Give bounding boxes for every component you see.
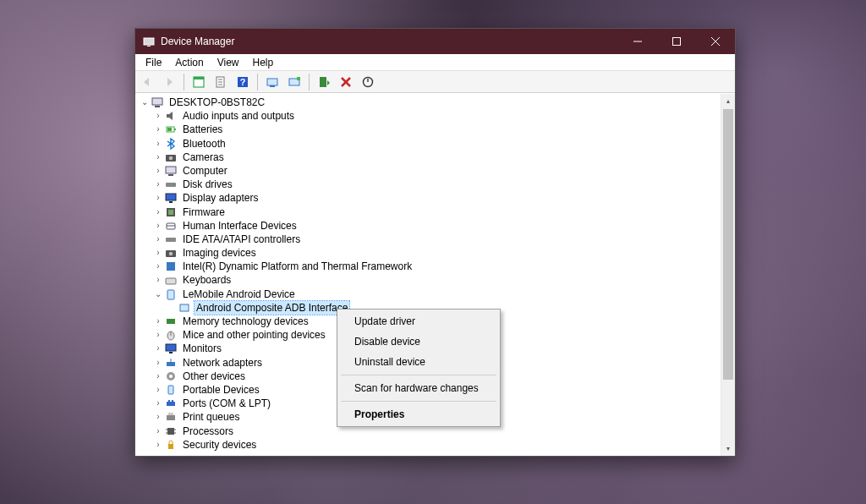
maximize-button[interactable] xyxy=(657,29,696,54)
context-update-driver[interactable]: Update driver xyxy=(339,311,498,331)
tree-category-node[interactable]: ›Bluetooth xyxy=(139,137,735,151)
toolbar-separator xyxy=(309,74,310,90)
svg-rect-33 xyxy=(166,194,176,200)
update-driver-toolbar-button[interactable] xyxy=(284,73,304,91)
disable-device-toolbar-button[interactable] xyxy=(358,73,378,91)
tree-label: Computer xyxy=(181,164,229,178)
tree-category-node[interactable]: ›Security devices xyxy=(139,438,735,452)
menu-help[interactable]: Help xyxy=(246,55,281,70)
expand-icon[interactable]: › xyxy=(152,425,164,437)
camera-icon xyxy=(164,151,178,164)
tree-root-node[interactable]: ⌄ DESKTOP-0BST82C xyxy=(139,96,735,109)
minimize-button[interactable] xyxy=(618,29,657,54)
menubar: File Action View Help xyxy=(135,54,735,71)
keyboard-icon xyxy=(164,274,178,288)
tree-label: Cameras xyxy=(181,151,226,164)
menu-action[interactable]: Action xyxy=(168,55,210,70)
expand-icon[interactable]: › xyxy=(152,220,164,232)
hid-icon xyxy=(164,219,178,233)
tree-category-node-expanded[interactable]: ⌄LeMobile Android Device xyxy=(139,288,735,301)
expand-icon[interactable]: › xyxy=(152,342,164,354)
svg-rect-15 xyxy=(270,85,275,87)
collapse-icon[interactable]: ⌄ xyxy=(139,96,151,108)
expand-icon[interactable]: › xyxy=(152,178,164,190)
context-uninstall-device[interactable]: Uninstall device xyxy=(339,352,498,372)
svg-rect-7 xyxy=(194,77,204,79)
show-hide-console-button[interactable] xyxy=(189,73,209,91)
menu-file[interactable]: File xyxy=(139,55,168,70)
expand-icon[interactable]: › xyxy=(152,315,164,327)
tree-label: Network adapters xyxy=(181,356,264,370)
expand-icon[interactable]: › xyxy=(152,151,164,163)
close-button[interactable] xyxy=(696,29,735,54)
tree-category-node[interactable]: ›Keyboards xyxy=(139,273,735,287)
tree-label: LeMobile Android Device xyxy=(181,288,297,301)
context-disable-device[interactable]: Disable device xyxy=(339,331,498,352)
tree-category-node[interactable]: ›Disk drives xyxy=(139,178,735,191)
uninstall-toolbar-button[interactable] xyxy=(336,73,356,91)
context-scan-hardware[interactable]: Scan for hardware changes xyxy=(339,378,498,398)
expand-icon[interactable]: › xyxy=(152,247,164,259)
tree-category-node[interactable]: ›Imaging devices xyxy=(139,246,735,260)
svg-rect-43 xyxy=(166,278,176,284)
expand-icon[interactable]: › xyxy=(152,192,164,204)
svg-rect-14 xyxy=(267,79,277,85)
properties-toolbar-button[interactable] xyxy=(211,73,231,91)
enable-device-toolbar-button[interactable] xyxy=(314,73,334,91)
expand-icon[interactable]: › xyxy=(152,138,164,150)
tree-category-node[interactable]: ›Human Interface Devices xyxy=(139,219,735,233)
collapse-icon[interactable]: ⌄ xyxy=(152,288,164,300)
scroll-thumb[interactable] xyxy=(723,109,733,380)
expand-icon[interactable]: › xyxy=(152,329,164,341)
svg-rect-49 xyxy=(166,344,176,351)
expand-icon[interactable]: › xyxy=(152,439,164,451)
expand-icon[interactable]: › xyxy=(152,411,164,423)
scan-hardware-toolbar-button[interactable] xyxy=(262,73,282,91)
tree-label: Security devices xyxy=(181,438,258,452)
tree-label: Android Composite ADB Interface xyxy=(195,301,349,315)
forward-button[interactable] xyxy=(159,73,179,91)
tree-label: Human Interface Devices xyxy=(181,219,299,233)
tree-category-node[interactable]: ›Audio inputs and outputs xyxy=(139,109,735,123)
expand-icon[interactable]: › xyxy=(152,275,164,287)
android-device-icon xyxy=(164,288,178,301)
tree-category-node[interactable]: ›Intel(R) Dynamic Platform and Thermal F… xyxy=(139,260,735,273)
context-properties[interactable]: Properties xyxy=(339,404,498,425)
svg-rect-42 xyxy=(167,262,175,271)
tree-category-node[interactable]: ›Computer xyxy=(139,164,735,178)
expand-icon[interactable]: › xyxy=(152,206,164,218)
svg-point-41 xyxy=(169,252,173,256)
tree-label: Imaging devices xyxy=(181,246,258,260)
back-button[interactable] xyxy=(137,73,157,91)
expand-icon[interactable]: › xyxy=(152,384,164,396)
tree-category-node[interactable]: ›IDE ATA/ATAPI controllers xyxy=(139,233,735,246)
tree-category-node[interactable]: ›Firmware xyxy=(139,205,735,219)
svg-rect-50 xyxy=(169,352,173,353)
svg-rect-0 xyxy=(144,38,154,45)
tree-label: Portable Devices xyxy=(181,383,261,397)
tree-category-node[interactable]: ›Batteries xyxy=(139,123,735,136)
context-menu: Update driver Disable device Uninstall d… xyxy=(337,309,501,427)
help-toolbar-button[interactable]: ? xyxy=(233,73,253,91)
menu-view[interactable]: View xyxy=(211,55,246,70)
tree-label: Audio inputs and outputs xyxy=(181,109,296,123)
scroll-up-button[interactable]: ▴ xyxy=(721,94,735,108)
vertical-scrollbar[interactable]: ▴ ▾ xyxy=(721,94,735,456)
tree-category-node[interactable]: ›Cameras xyxy=(139,151,735,164)
expand-icon[interactable]: › xyxy=(152,370,164,382)
expand-icon[interactable]: › xyxy=(152,110,164,122)
expand-icon[interactable]: › xyxy=(152,260,164,272)
context-menu-separator xyxy=(341,375,496,375)
expand-icon[interactable]: › xyxy=(152,357,164,369)
svg-rect-46 xyxy=(167,319,175,324)
expand-icon[interactable]: › xyxy=(152,123,164,135)
tree-category-node[interactable]: ›Display adapters xyxy=(139,191,735,205)
expand-icon[interactable]: › xyxy=(152,165,164,177)
svg-rect-1 xyxy=(147,46,151,47)
titlebar[interactable]: Device Manager xyxy=(135,29,735,54)
expand-icon[interactable]: › xyxy=(152,233,164,245)
tree-label: Keyboards xyxy=(181,273,233,287)
scroll-down-button[interactable]: ▾ xyxy=(721,441,735,456)
expand-icon[interactable]: › xyxy=(152,397,164,409)
svg-rect-61 xyxy=(167,428,174,435)
